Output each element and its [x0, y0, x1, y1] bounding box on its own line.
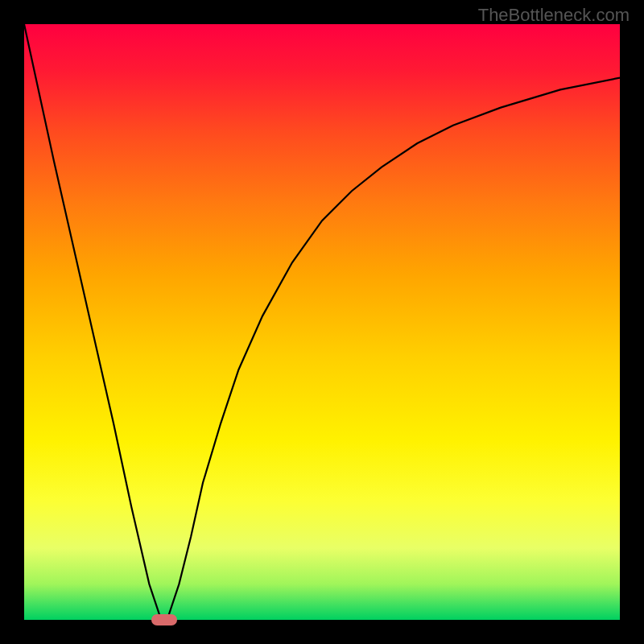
- chart-plot-area: [24, 24, 620, 620]
- watermark-text: TheBottleneck.com: [478, 5, 630, 26]
- curve-right-branch: [167, 78, 620, 620]
- curve-layer: [24, 24, 620, 620]
- curve-left-branch: [24, 24, 161, 620]
- optimum-marker: [151, 614, 177, 625]
